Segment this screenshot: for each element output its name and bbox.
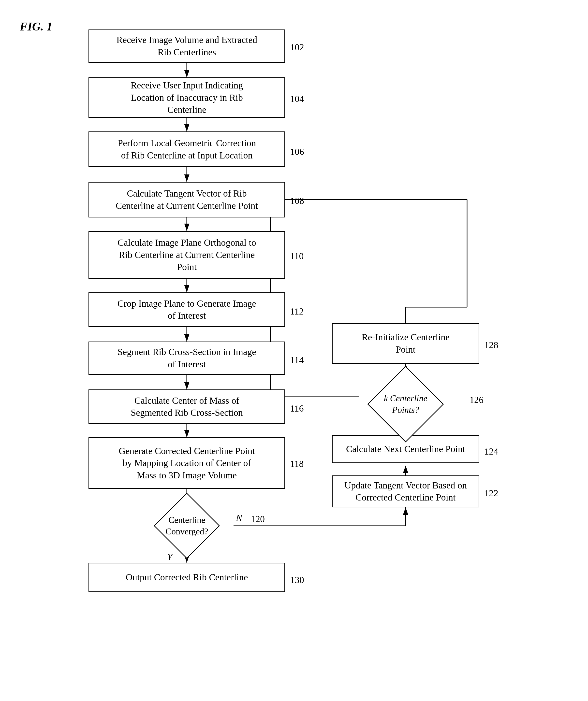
box-116-text: Calculate Center of Mass ofSegmented Rib… (131, 395, 243, 419)
box-106-text: Perform Local Geometric Correctionof Rib… (118, 137, 256, 162)
box-112: Crop Image Plane to Generate Imageof Int… (88, 292, 285, 327)
box-128-text: Re-Initialize CenterlinePoint (362, 331, 450, 356)
box-114: Segment Rib Cross-Section in Imageof Int… (88, 341, 285, 375)
box-118-text: Generate Corrected Centerline Pointby Ma… (119, 445, 255, 481)
label-126: 126 (469, 394, 483, 405)
label-106: 106 (290, 146, 304, 157)
box-124-text: Calculate Next Centerline Point (346, 443, 465, 455)
box-122: Update Tangent Vector Based onCorrected … (332, 475, 479, 507)
box-116: Calculate Center of Mass ofSegmented Rib… (88, 390, 285, 424)
box-106: Perform Local Geometric Correctionof Rib… (88, 132, 285, 167)
box-114-text: Segment Rib Cross-Section in Imageof Int… (118, 346, 256, 370)
box-102-text: Receive Image Volume and ExtractedRib Ce… (117, 34, 257, 58)
box-128: Re-Initialize CenterlinePoint (332, 323, 479, 364)
box-112-text: Crop Image Plane to Generate Imageof Int… (118, 297, 256, 322)
label-104: 104 (290, 93, 304, 104)
label-130: 130 (290, 574, 304, 585)
flowchart: Y N Receive Image Volume and ExtractedRi… (49, 15, 565, 690)
box-108-text: Calculate Tangent Vector of RibCenterlin… (116, 188, 258, 212)
label-116: 116 (290, 403, 304, 414)
label-128: 128 (484, 339, 498, 350)
label-122: 122 (484, 488, 498, 498)
label-124: 124 (484, 446, 498, 457)
box-108: Calculate Tangent Vector of RibCenterlin… (88, 182, 285, 217)
label-112: 112 (290, 306, 304, 317)
box-102: Receive Image Volume and ExtractedRib Ce… (88, 29, 285, 63)
label-118: 118 (290, 458, 304, 469)
label-120: 120 (251, 513, 265, 524)
box-122-text: Update Tangent Vector Based onCorrected … (344, 479, 467, 504)
box-130: Output Corrected Rib Centerline (88, 563, 285, 592)
diamond-126: k CenterlinePoints? (348, 374, 463, 435)
label-102: 102 (290, 42, 304, 53)
svg-text:Y: Y (167, 552, 173, 562)
label-110: 110 (290, 251, 304, 261)
box-104-text: Receive User Input IndicatingLocation of… (131, 79, 243, 116)
label-114: 114 (290, 355, 304, 366)
fig-label: FIG. 1 (20, 20, 52, 33)
diamond-120-text: CenterlineConverged? (165, 514, 208, 537)
page: FIG. 1 (0, 0, 588, 701)
box-130-text: Output Corrected Rib Centerline (126, 571, 248, 583)
diamond-120: CenterlineConverged? (135, 502, 238, 549)
label-108: 108 (290, 195, 304, 206)
box-104: Receive User Input IndicatingLocation of… (88, 77, 285, 118)
diamond-126-text: k CenterlinePoints? (384, 393, 427, 416)
box-110-text: Calculate Image Plane Orthogonal toRib C… (118, 237, 256, 273)
box-110: Calculate Image Plane Orthogonal toRib C… (88, 231, 285, 279)
box-118: Generate Corrected Centerline Pointby Ma… (88, 437, 285, 489)
